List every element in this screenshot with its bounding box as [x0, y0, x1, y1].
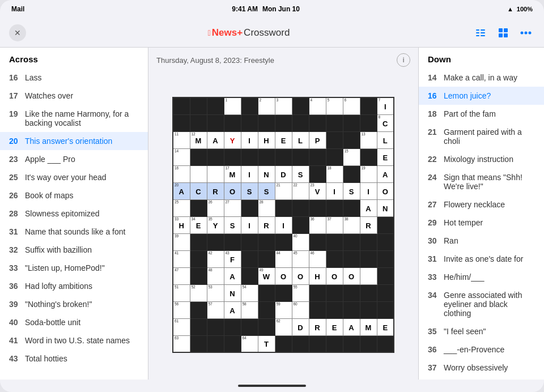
grid-cell[interactable] — [275, 335, 292, 352]
grid-cell[interactable] — [292, 335, 309, 352]
grid-cell[interactable]: 48 — [207, 267, 224, 284]
grid-cell[interactable] — [241, 148, 258, 165]
grid-cell[interactable] — [326, 335, 343, 352]
grid-cell[interactable] — [258, 148, 275, 165]
grid-cell[interactable] — [190, 148, 207, 165]
grid-cell[interactable]: 21 — [275, 182, 292, 199]
grid-cell[interactable] — [258, 233, 275, 250]
grid-cell[interactable]: 53 — [207, 284, 224, 301]
list-item[interactable]: 29 Hot temper — [419, 214, 544, 232]
list-item[interactable]: 33 He/him/___ — [419, 268, 544, 286]
grid-cell[interactable] — [190, 97, 207, 114]
grid-cell[interactable]: 52 — [190, 284, 207, 301]
grid-cell[interactable] — [343, 199, 360, 216]
grid-cell[interactable] — [207, 114, 224, 131]
grid-cell[interactable]: 60 — [292, 301, 309, 318]
grid-cell[interactable] — [292, 216, 309, 233]
grid-cell[interactable] — [207, 165, 224, 182]
grid-cell[interactable]: E — [275, 131, 292, 148]
list-item[interactable]: 22 Mixology instruction — [419, 150, 544, 168]
grid-cell[interactable]: N — [258, 165, 275, 182]
grid-cell[interactable] — [377, 301, 394, 318]
grid-cell[interactable]: O — [224, 182, 241, 199]
list-item[interactable]: 17 Watches over — [0, 87, 148, 105]
list-item[interactable]: 27 Flowery necklace — [419, 195, 544, 214]
grid-cell[interactable]: E — [326, 318, 343, 335]
list-item[interactable]: 39 "Nothing's broken!" — [0, 295, 148, 313]
grid-cell[interactable]: 59 — [275, 301, 292, 318]
grid-cell[interactable]: I — [241, 131, 258, 148]
list-item[interactable]: 31 Invite as one's date for — [419, 250, 544, 268]
grid-cell[interactable] — [309, 233, 326, 250]
grid-cell[interactable] — [258, 284, 275, 301]
grid-cell[interactable]: A — [224, 301, 241, 318]
list-item[interactable]: 34 Genre associated with eyeliner and bl… — [419, 286, 544, 322]
list-item[interactable]: 25 It's way over your head — [0, 168, 148, 186]
grid-cell[interactable]: H — [309, 267, 326, 284]
grid-cell[interactable]: O — [275, 267, 292, 284]
grid-cell[interactable]: 18 — [326, 165, 343, 182]
list-item[interactable]: 35 "I feel seen" — [419, 322, 544, 340]
grid-cell[interactable]: 62 — [275, 318, 292, 335]
grid-cell[interactable]: S — [258, 182, 275, 199]
grid-cell[interactable]: E — [377, 148, 394, 165]
grid-cell[interactable] — [360, 233, 377, 250]
grid-cell[interactable] — [377, 284, 394, 301]
grid-cell[interactable] — [343, 233, 360, 250]
grid-cell[interactable]: 43F — [224, 250, 241, 267]
list-item-active[interactable]: 16 Lemon juice? — [419, 87, 544, 105]
grid-cell[interactable]: 41 — [173, 250, 190, 267]
grid-cell[interactable] — [343, 250, 360, 267]
grid-cell[interactable]: 40 — [292, 233, 309, 250]
grid-cell[interactable]: 35Y — [207, 216, 224, 233]
grid-cell[interactable]: T — [258, 335, 275, 352]
grid-cell[interactable] — [326, 131, 343, 148]
list-item-active[interactable]: 20 This answer's orientation — [0, 132, 148, 150]
grid-cell[interactable] — [190, 233, 207, 250]
grid-cell[interactable] — [292, 199, 309, 216]
grid-cell[interactable]: Y — [224, 131, 241, 148]
grid-cell[interactable] — [343, 131, 360, 148]
grid-cell[interactable]: R — [258, 216, 275, 233]
grid-cell[interactable] — [241, 97, 258, 114]
grid-cell[interactable] — [360, 335, 377, 352]
grid-cell[interactable] — [326, 284, 343, 301]
grid-cell[interactable] — [207, 233, 224, 250]
grid-cell[interactable]: 47 — [173, 267, 190, 284]
grid-cell[interactable] — [309, 301, 326, 318]
grid-cell[interactable]: 20A — [173, 182, 190, 199]
grid-cell[interactable]: N — [377, 199, 394, 216]
grid-cell[interactable]: O — [292, 267, 309, 284]
grid-cell[interactable] — [377, 233, 394, 250]
grid-cell[interactable]: 23V — [309, 182, 326, 199]
grid-cell[interactable] — [190, 165, 207, 182]
grid-cell[interactable]: 3 — [275, 97, 292, 114]
grid-cell[interactable] — [377, 216, 394, 233]
grid-cell[interactable]: 16 — [173, 165, 190, 182]
grid-cell[interactable] — [190, 267, 207, 284]
grid-cell[interactable] — [309, 199, 326, 216]
grid-cell[interactable] — [173, 97, 190, 114]
grid-cell[interactable] — [241, 318, 258, 335]
grid-cell[interactable]: 61 — [173, 318, 190, 335]
grid-cell[interactable] — [258, 301, 275, 318]
grid-cell[interactable] — [343, 335, 360, 352]
crossword-grid[interactable]: 1234567I8C1112MAYIHELP13L1415E1617MINDS1… — [172, 97, 394, 353]
grid-cell[interactable]: 2 — [258, 97, 275, 114]
grid-cell[interactable] — [275, 148, 292, 165]
list-item[interactable]: 33 "Listen up, HomePod!" — [0, 259, 148, 277]
grid-cell[interactable]: 8C — [377, 114, 394, 131]
list-item[interactable]: 28 Slowness epitomized — [0, 204, 148, 223]
grid-cell[interactable] — [207, 335, 224, 352]
list-item[interactable]: 31 Name that sounds like a font — [0, 223, 148, 241]
grid-cell[interactable] — [207, 148, 224, 165]
grid-cell[interactable]: 19 — [360, 165, 377, 182]
grid-cell[interactable]: N — [224, 284, 241, 301]
list-item[interactable]: 40 Soda-bottle unit — [0, 313, 148, 331]
grid-cell[interactable] — [275, 233, 292, 250]
list-item[interactable]: 36 ___-en-Provence — [419, 340, 544, 359]
grid-cell[interactable] — [343, 301, 360, 318]
grid-cell[interactable] — [190, 318, 207, 335]
grid-cell[interactable]: O — [326, 267, 343, 284]
grid-cell[interactable] — [292, 97, 309, 114]
